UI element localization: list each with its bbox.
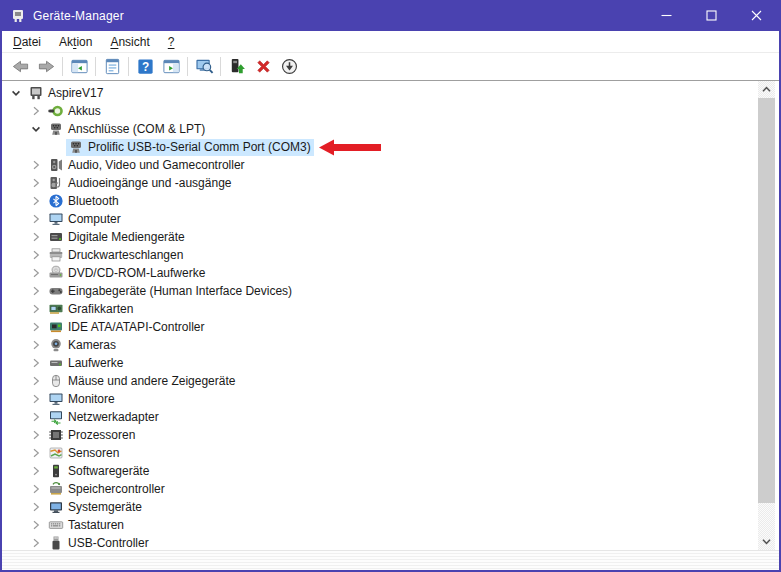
tree-item[interactable]: Anschlüsse (COM & LPT) [2,120,755,138]
chevron-collapsed-icon[interactable] [28,355,44,371]
tree-item-content[interactable]: Akkus [46,103,104,120]
scroll-up-button[interactable] [758,81,775,98]
show-action-pane-button[interactable] [158,55,184,79]
tree-item-content[interactable]: Computer [46,211,124,228]
tree-item[interactable]: AspireV17 [2,84,755,102]
tree-item[interactable]: Grafikkarten [2,300,755,318]
tree-item-content[interactable]: Audio, Video und Gamecontroller [46,157,248,174]
chevron-collapsed-icon[interactable] [28,265,44,281]
properties-button[interactable] [99,55,125,79]
tree-item[interactable]: Systemgeräte [2,498,755,516]
scrollbar-thumb[interactable] [758,98,775,503]
titlebar[interactable]: Geräte-Manager [2,0,779,31]
chevron-collapsed-icon[interactable] [28,301,44,317]
chevron-collapsed-icon[interactable] [28,229,44,245]
tree-item[interactable]: Akkus [2,102,755,120]
tree-item-content[interactable]: Softwaregeräte [46,463,152,480]
uninstall-device-button[interactable] [250,55,276,79]
chevron-collapsed-icon[interactable] [28,283,44,299]
chevron-collapsed-icon[interactable] [28,409,44,425]
tree-item-content[interactable]: Prozessoren [46,427,138,444]
tree-item-content[interactable]: Digitale Mediengeräte [46,229,188,246]
tree-item-content[interactable]: Eingabegeräte (Human Interface Devices) [46,283,295,300]
tree-item[interactable]: DVD/CD-ROM-Laufwerke [2,264,755,282]
tree-item[interactable]: Monitore [2,390,755,408]
forward-button[interactable] [33,55,59,79]
tree-item-content[interactable]: Netzwerkadapter [46,409,162,426]
vertical-scrollbar[interactable] [758,81,775,550]
menu-item-aktion[interactable]: Aktion [50,32,101,52]
chevron-collapsed-icon[interactable] [28,193,44,209]
tree-item[interactable]: Prozessoren [2,426,755,444]
tree-item-content[interactable]: IDE ATA/ATAPI-Controller [46,319,207,336]
chevron-collapsed-icon[interactable] [28,319,44,335]
tree-item[interactable]: USB-Controller [2,534,755,550]
chevron-collapsed-icon[interactable] [28,211,44,227]
tree-item-content[interactable]: USB-Controller [46,535,152,551]
chevron-collapsed-icon[interactable] [28,427,44,443]
chevron-collapsed-icon[interactable] [28,481,44,497]
tree-item-content[interactable]: DVD/CD-ROM-Laufwerke [46,265,208,282]
tree-item[interactable]: Digitale Mediengeräte [2,228,755,246]
tree-item-content[interactable]: Druckwarteschlangen [46,247,186,264]
chevron-collapsed-icon[interactable] [28,157,44,173]
chevron-collapsed-icon[interactable] [28,247,44,263]
tree-item-content[interactable]: Laufwerke [46,355,126,372]
tree-item-selected[interactable]: Prolific USB-to-Serial Comm Port (COM3) [66,139,314,156]
scroll-down-button[interactable] [758,533,775,550]
tree-item[interactable]: Softwaregeräte [2,462,755,480]
chevron-expanded-icon[interactable] [8,85,24,101]
tree-item-content[interactable]: Kameras [46,337,119,354]
tree-item-content[interactable]: Grafikkarten [46,301,136,318]
minimize-button[interactable] [644,0,689,31]
tree-item[interactable]: Kameras [2,336,755,354]
tree-item-content[interactable]: AspireV17 [26,85,106,102]
update-driver-button[interactable] [224,55,250,79]
chevron-collapsed-icon[interactable] [28,463,44,479]
back-button[interactable] [7,55,33,79]
tree-item[interactable]: Netzwerkadapter [2,408,755,426]
chevron-collapsed-icon[interactable] [28,391,44,407]
tree-item[interactable]: Eingabegeräte (Human Interface Devices) [2,282,755,300]
help-icon: ? [136,57,155,76]
menu-item-hilfe[interactable]: ? [159,32,184,52]
disable-device-button[interactable] [276,55,302,79]
close-button[interactable] [734,0,779,31]
chevron-collapsed-icon[interactable] [28,517,44,533]
tree-item[interactable]: Druckwarteschlangen [2,246,755,264]
chevron-collapsed-icon[interactable] [28,175,44,191]
scan-hardware-changes-button[interactable] [191,55,217,79]
menu-item-ansicht[interactable]: Ansicht [101,32,158,52]
chevron-collapsed-icon[interactable] [28,337,44,353]
tree-item[interactable]: Prolific USB-to-Serial Comm Port (COM3) [2,138,755,156]
tree-item[interactable]: Computer [2,210,755,228]
tree-item[interactable]: Bluetooth [2,192,755,210]
chevron-collapsed-icon[interactable] [28,535,44,550]
chevron-expanded-icon[interactable] [28,121,44,137]
tree-item[interactable]: IDE ATA/ATAPI-Controller [2,318,755,336]
chevron-collapsed-icon[interactable] [28,103,44,119]
chevron-collapsed-icon[interactable] [28,445,44,461]
menu-item-datei[interactable]: Datei [4,32,50,52]
tree-item-content[interactable]: Monitore [46,391,118,408]
chevron-collapsed-icon[interactable] [28,373,44,389]
tree-item[interactable]: Sensoren [2,444,755,462]
tree-item-content[interactable]: Anschlüsse (COM & LPT) [46,121,208,138]
tree-item-content[interactable]: Bluetooth [46,193,122,210]
tree-item-content[interactable]: Systemgeräte [46,499,145,516]
tree-item[interactable]: Audioeingänge und -ausgänge [2,174,755,192]
tree-item[interactable]: Mäuse und andere Zeigegeräte [2,372,755,390]
tree-item[interactable]: Laufwerke [2,354,755,372]
help-button[interactable]: ? [132,55,158,79]
maximize-button[interactable] [689,0,734,31]
tree-item-content[interactable]: Audioeingänge und -ausgänge [46,175,234,192]
tree-item[interactable]: Audio, Video und Gamecontroller [2,156,755,174]
tree-item-content[interactable]: Mäuse und andere Zeigegeräte [46,373,238,390]
chevron-collapsed-icon[interactable] [28,499,44,515]
tree-item-content[interactable]: Sensoren [46,445,122,462]
tree-item[interactable]: Tastaturen [2,516,755,534]
show-console-tree-button[interactable] [66,55,92,79]
tree-item-content[interactable]: Speichercontroller [46,481,168,498]
tree-item-content[interactable]: Tastaturen [46,517,127,534]
tree-item[interactable]: Speichercontroller [2,480,755,498]
